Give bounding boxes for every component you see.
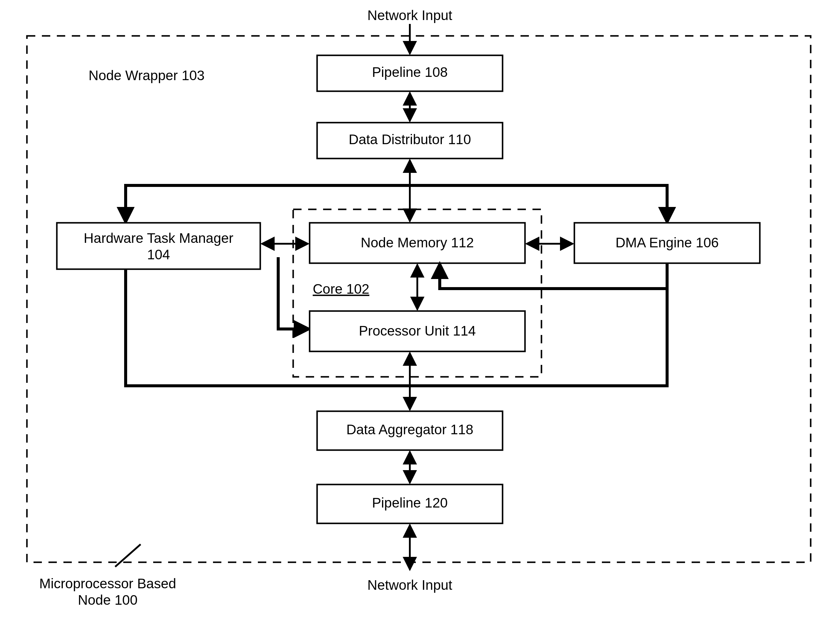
pipeline-108-label: Pipeline 108 — [372, 64, 448, 80]
data-distributor-label: Data Distributor 110 — [348, 132, 471, 147]
callout-line — [115, 544, 141, 567]
network-input-bottom-label: Network Input — [367, 577, 452, 593]
micro-node-label-2: Node 100 — [78, 592, 137, 608]
htm-104-label-1: Hardware Task Manager — [84, 230, 233, 246]
dma-engine-label: DMA Engine 106 — [615, 235, 719, 250]
bus-to-dma — [410, 185, 667, 221]
network-input-top-label: Network Input — [367, 8, 452, 23]
node-memory-label: Node Memory 112 — [361, 235, 474, 250]
bus-to-htm — [126, 185, 410, 221]
data-aggregator-label: Data Aggregator 118 — [346, 422, 474, 437]
micro-node-label-1: Microprocessor Based — [39, 576, 176, 591]
node-wrapper-container — [27, 36, 811, 562]
arrow-dma-feedback — [440, 265, 574, 289]
processor-unit-label: Processor Unit 114 — [359, 323, 476, 339]
core-102-label: Core 102 — [312, 281, 369, 297]
node-wrapper-label: Node Wrapper 103 — [88, 68, 204, 83]
htm-104-label-2: 104 — [147, 247, 170, 262]
pipeline-120-label: Pipeline 120 — [372, 495, 448, 511]
